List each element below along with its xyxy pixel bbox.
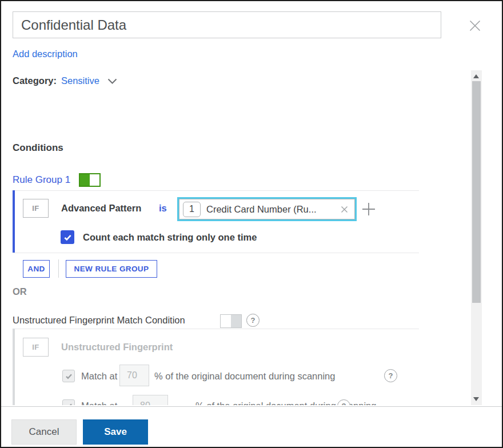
and-button[interactable]: AND — [23, 260, 50, 278]
divider — [13, 190, 419, 191]
or-label: OR — [13, 286, 27, 297]
cancel-button[interactable]: Cancel — [11, 419, 77, 445]
fingerprint-condition-toggle[interactable] — [220, 314, 242, 328]
pattern-chip-label: Credit Card Number (Ru... — [206, 204, 317, 215]
button-divider — [58, 259, 59, 278]
divider — [13, 329, 419, 329]
category-value-link[interactable]: Sensitive — [61, 75, 99, 86]
close-icon[interactable] — [465, 16, 485, 35]
chip-remove-icon[interactable] — [340, 205, 349, 214]
new-rule-group-button[interactable]: NEW RULE GROUP — [66, 260, 157, 278]
match-percent-input-disabled — [119, 365, 149, 386]
profile-name-input[interactable] — [13, 11, 441, 38]
category-label: Category: — [13, 75, 57, 86]
count-once-checkbox[interactable] — [61, 230, 74, 244]
fingerprint-accent-bar — [13, 329, 15, 405]
count-once-label: Count each match string only one time — [83, 232, 257, 243]
if-label-box: IF — [23, 199, 49, 218]
pattern-chip[interactable]: 1 Credit Card Number (Ru... — [179, 199, 355, 219]
chevron-down-icon[interactable] — [107, 77, 117, 87]
scroll-up-icon[interactable] — [473, 74, 479, 78]
scrollbar-thumb[interactable] — [472, 81, 481, 303]
rule-group-accent-bar — [13, 190, 15, 253]
operator-is-link[interactable]: is — [159, 203, 167, 214]
advanced-pattern-label: Advanced Pattern — [61, 203, 141, 214]
match-at-checkbox-disabled-truncated — [62, 399, 75, 405]
pattern-chip-highlighted[interactable]: 1 Credit Card Number (Ru... — [177, 197, 357, 221]
scroll-down-icon[interactable] — [473, 397, 479, 401]
dialog-scroll-content: Add description Category: Sensitive Cond… — [1, 1, 502, 405]
match-at-suffix: % of the original document during scanni… — [154, 371, 335, 382]
scrollbar-track[interactable] — [471, 70, 482, 405]
match-at-label: Match at — [81, 371, 117, 382]
if-label-box-disabled: IF — [23, 338, 49, 357]
footer-divider — [1, 406, 502, 407]
divider — [13, 253, 419, 253]
save-button[interactable]: Save — [83, 419, 148, 445]
fingerprint-condition-heading: Unstructured Fingerprint Match Condition — [13, 315, 185, 326]
edit-data-profile-dialog: Add description Category: Sensitive Cond… — [0, 0, 503, 448]
occurrence-count-badge: 1 — [183, 202, 201, 217]
match-percent-input-disabled-truncated — [133, 395, 168, 405]
help-icon[interactable]: ? — [246, 314, 260, 327]
rule-group-row: Rule Group 1 — [13, 173, 101, 187]
rule-group-link[interactable]: Rule Group 1 — [13, 174, 70, 186]
match-at-label-truncated: Match at — [81, 401, 117, 405]
conditions-heading: Conditions — [13, 142, 63, 154]
add-pattern-icon[interactable] — [361, 202, 376, 218]
help-icon[interactable]: ? — [384, 369, 397, 382]
category-row: Category: Sensitive — [13, 74, 117, 87]
add-description-link[interactable]: Add description — [13, 49, 78, 59]
unstructured-fingerprint-label: Unstructured Fingerprint — [61, 342, 173, 353]
match-at-checkbox-disabled — [62, 370, 75, 382]
rule-group-toggle[interactable] — [79, 173, 101, 187]
